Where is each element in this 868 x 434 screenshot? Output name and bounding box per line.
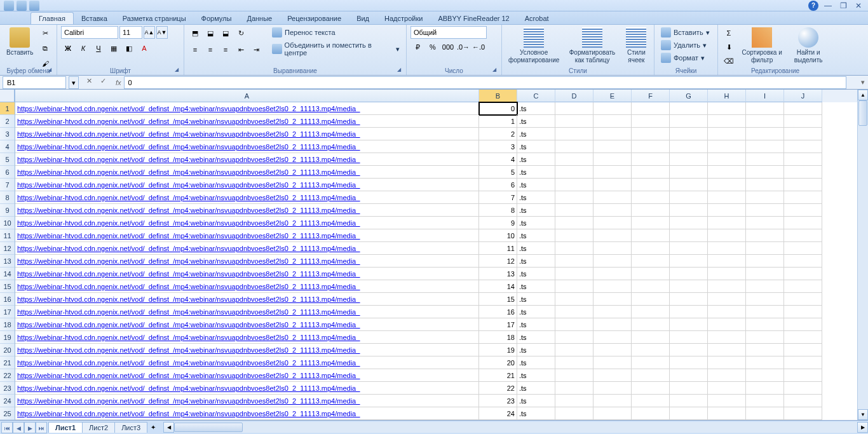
cell-C2[interactable]: .ts bbox=[517, 115, 555, 128]
cell-J12[interactable] bbox=[784, 242, 822, 255]
conditional-format-button[interactable]: Условное форматирование bbox=[506, 26, 562, 65]
cell-C1[interactable]: .ts bbox=[517, 102, 555, 115]
scroll-down-button[interactable]: ▼ bbox=[858, 409, 868, 420]
cell-F4[interactable] bbox=[632, 140, 670, 153]
cell-D18[interactable] bbox=[555, 318, 593, 331]
cell-C16[interactable]: .ts bbox=[517, 293, 555, 306]
cell-C17[interactable]: .ts bbox=[517, 306, 555, 318]
cell-C11[interactable]: .ts bbox=[517, 229, 555, 242]
ribbon-tab-0[interactable]: Главная bbox=[31, 12, 74, 24]
row-header-13[interactable]: 13 bbox=[0, 255, 15, 268]
cell-F20[interactable] bbox=[632, 344, 670, 356]
sheet-tab-0[interactable]: Лист1 bbox=[48, 422, 83, 433]
col-header-H[interactable]: H bbox=[708, 90, 746, 102]
cell-G22[interactable] bbox=[670, 369, 708, 382]
col-header-I[interactable]: I bbox=[746, 90, 784, 102]
cell-J10[interactable] bbox=[784, 217, 822, 229]
cell-H15[interactable] bbox=[708, 280, 746, 293]
cell-I15[interactable] bbox=[746, 280, 784, 293]
cell-A16[interactable]: https://webinar-htvod.cdn.ngenix.net/vod… bbox=[15, 293, 479, 306]
cell-G6[interactable] bbox=[670, 166, 708, 179]
cell-H11[interactable] bbox=[708, 229, 746, 242]
number-format-select[interactable] bbox=[410, 26, 487, 39]
cell-D16[interactable] bbox=[555, 293, 593, 306]
cell-B13[interactable]: 12 bbox=[479, 255, 517, 268]
cell-C20[interactable]: .ts bbox=[517, 344, 555, 356]
fx-icon[interactable]: fx bbox=[113, 79, 124, 86]
find-select-button[interactable]: Найти и выделить bbox=[788, 26, 829, 65]
cell-H10[interactable] bbox=[708, 217, 746, 229]
cell-I17[interactable] bbox=[746, 306, 784, 318]
cell-A22[interactable]: https://webinar-htvod.cdn.ngenix.net/vod… bbox=[15, 369, 479, 382]
align-center-button[interactable]: ≡ bbox=[203, 43, 217, 57]
horizontal-scrollbar[interactable]: ◀ ▶ bbox=[163, 422, 868, 433]
underline-button[interactable]: Ч bbox=[92, 41, 105, 55]
row-header-7[interactable]: 7 bbox=[0, 179, 15, 191]
cell-E1[interactable] bbox=[593, 102, 632, 115]
col-header-D[interactable]: D bbox=[555, 90, 593, 102]
cell-D23[interactable] bbox=[555, 382, 593, 395]
cell-A3[interactable]: https://webinar-htvod.cdn.ngenix.net/vod… bbox=[15, 128, 479, 140]
cell-B5[interactable]: 4 bbox=[479, 153, 517, 166]
cell-C5[interactable]: .ts bbox=[517, 153, 555, 166]
currency-button[interactable]: ₽ bbox=[410, 40, 424, 54]
cell-B22[interactable]: 21 bbox=[479, 369, 517, 382]
cell-A20[interactable]: https://webinar-htvod.cdn.ngenix.net/vod… bbox=[15, 344, 479, 356]
row-header-16[interactable]: 16 bbox=[0, 293, 15, 306]
row-header-6[interactable]: 6 bbox=[0, 166, 15, 179]
sheet-tab-2[interactable]: Лист3 bbox=[114, 422, 147, 433]
row-header-20[interactable]: 20 bbox=[0, 344, 15, 356]
cell-H12[interactable] bbox=[708, 242, 746, 255]
cell-J22[interactable] bbox=[784, 369, 822, 382]
cell-F16[interactable] bbox=[632, 293, 670, 306]
minimize-button[interactable]: — bbox=[822, 1, 834, 10]
cell-J17[interactable] bbox=[784, 306, 822, 318]
cell-H18[interactable] bbox=[708, 318, 746, 331]
align-launcher[interactable]: ◢ bbox=[397, 67, 405, 74]
cell-D24[interactable] bbox=[555, 395, 593, 407]
cell-A5[interactable]: https://webinar-htvod.cdn.ngenix.net/vod… bbox=[15, 153, 479, 166]
cell-J2[interactable] bbox=[784, 115, 822, 128]
cell-E3[interactable] bbox=[593, 128, 632, 140]
cell-G24[interactable] bbox=[670, 395, 708, 407]
cell-H16[interactable] bbox=[708, 293, 746, 306]
cell-G17[interactable] bbox=[670, 306, 708, 318]
ribbon-tab-5[interactable]: Рецензирование bbox=[280, 13, 349, 24]
cell-A23[interactable]: https://webinar-htvod.cdn.ngenix.net/vod… bbox=[15, 382, 479, 395]
cell-I20[interactable] bbox=[746, 344, 784, 356]
cell-B4[interactable]: 3 bbox=[479, 140, 517, 153]
cell-E19[interactable] bbox=[593, 331, 632, 344]
cell-E8[interactable] bbox=[593, 191, 632, 204]
cell-I24[interactable] bbox=[746, 395, 784, 407]
cell-A10[interactable]: https://webinar-htvod.cdn.ngenix.net/vod… bbox=[15, 217, 479, 229]
cell-G3[interactable] bbox=[670, 128, 708, 140]
cell-E13[interactable] bbox=[593, 255, 632, 268]
cell-D15[interactable] bbox=[555, 280, 593, 293]
scroll-track[interactable] bbox=[858, 100, 868, 409]
fill-color-button[interactable]: ◧ bbox=[122, 41, 136, 55]
cell-F1[interactable] bbox=[632, 102, 670, 115]
cell-B17[interactable]: 16 bbox=[479, 306, 517, 318]
cell-H20[interactable] bbox=[708, 344, 746, 356]
cell-B10[interactable]: 9 bbox=[479, 217, 517, 229]
row-header-5[interactable]: 5 bbox=[0, 153, 15, 166]
cell-G12[interactable] bbox=[670, 242, 708, 255]
cell-I11[interactable] bbox=[746, 229, 784, 242]
cell-G7[interactable] bbox=[670, 179, 708, 191]
cell-I6[interactable] bbox=[746, 166, 784, 179]
border-button[interactable]: ▦ bbox=[107, 41, 121, 55]
cell-F23[interactable] bbox=[632, 382, 670, 395]
cell-J6[interactable] bbox=[784, 166, 822, 179]
cell-C6[interactable]: .ts bbox=[517, 166, 555, 179]
row-header-9[interactable]: 9 bbox=[0, 204, 15, 217]
row-header-2[interactable]: 2 bbox=[0, 115, 15, 128]
cell-C18[interactable]: .ts bbox=[517, 318, 555, 331]
cell-G1[interactable] bbox=[670, 102, 708, 115]
cell-F11[interactable] bbox=[632, 229, 670, 242]
cell-C14[interactable]: .ts bbox=[517, 268, 555, 280]
cell-G10[interactable] bbox=[670, 217, 708, 229]
cell-F12[interactable] bbox=[632, 242, 670, 255]
align-top-button[interactable]: ⬒ bbox=[188, 26, 202, 40]
cell-I1[interactable] bbox=[746, 102, 784, 115]
align-left-button[interactable]: ≡ bbox=[188, 43, 202, 57]
